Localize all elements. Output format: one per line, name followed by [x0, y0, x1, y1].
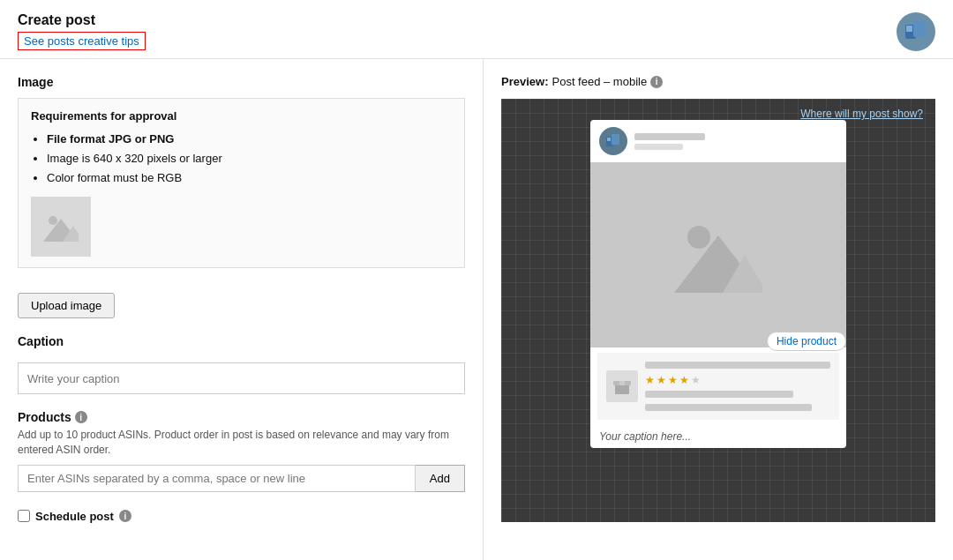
left-panel: Image Requirements for approval File for… [0, 59, 484, 560]
star-4: ★ [679, 374, 689, 386]
svg-rect-1 [913, 21, 926, 37]
caption-section: Caption [18, 334, 465, 394]
upload-image-button[interactable]: Upload image [18, 293, 115, 318]
caption-label: Caption [18, 334, 465, 348]
product-icon [606, 370, 638, 402]
schedule-section: Schedule post i [18, 510, 465, 523]
products-info-icon[interactable]: i [75, 411, 87, 423]
header: Create post See posts creative tips [0, 0, 953, 59]
name-bar-2 [634, 144, 683, 150]
page-title: Create post [18, 12, 146, 28]
preview-info-icon[interactable]: i [650, 76, 663, 88]
image-section: Image Requirements for approval File for… [18, 75, 465, 318]
see-tips-link[interactable]: See posts creative tips [18, 32, 146, 50]
hide-product-button[interactable]: Hide product [767, 332, 846, 351]
stars-row: ★ ★ ★ ★ ★ [645, 374, 830, 386]
schedule-checkbox[interactable] [18, 510, 30, 522]
image-placeholder [31, 197, 91, 257]
products-section: Products i Add up to 10 product ASINs. P… [18, 410, 465, 492]
product-info: ★ ★ ★ ★ ★ [645, 362, 830, 411]
caption-input[interactable] [18, 362, 465, 394]
mobile-card: Hide product [590, 120, 846, 448]
mobile-avatar [599, 127, 627, 155]
where-link[interactable]: Where will my post show? [800, 108, 923, 120]
preview-value: Post feed – mobile [552, 75, 647, 88]
preview-label: Preview: [501, 75, 548, 88]
product-bar-2 [645, 391, 793, 398]
page-wrapper: Create post See posts creative tips Imag… [0, 0, 953, 560]
star-1: ★ [645, 374, 655, 386]
products-label: Products [18, 410, 71, 424]
requirement-1: File format JPG or PNG [47, 130, 452, 149]
requirement-2: Image is 640 x 320 pixels or larger [47, 149, 452, 168]
name-bar-1 [634, 133, 705, 140]
add-asin-button[interactable]: Add [416, 465, 465, 492]
requirement-3: Color format must be RGB [47, 168, 452, 188]
star-3: ★ [668, 374, 678, 386]
header-left: Create post See posts creative tips [18, 12, 146, 50]
asin-input[interactable] [18, 465, 416, 492]
schedule-info-icon[interactable]: i [119, 510, 131, 522]
schedule-label: Schedule post [35, 510, 114, 523]
main-content: Image Requirements for approval File for… [0, 59, 953, 560]
caption-preview: Your caption here... [590, 427, 846, 448]
products-help-text: Add up to 10 product ASINs. Product orde… [18, 428, 465, 458]
mobile-name-block [634, 133, 705, 150]
svg-rect-2 [906, 26, 912, 32]
product-bar-3 [645, 404, 812, 411]
right-panel: Preview: Post feed – mobile i Where will… [484, 59, 953, 560]
svg-rect-14 [619, 381, 625, 385]
requirements-title: Requirements for approval [31, 109, 452, 123]
preview-area: Where will my post show? [501, 99, 935, 522]
product-bar-1 [645, 362, 830, 369]
star-2: ★ [657, 374, 666, 386]
requirements-box: Requirements for approval File format JP… [18, 98, 465, 268]
product-card-area: Hide product [590, 353, 846, 420]
products-label-row: Products i [18, 410, 465, 424]
svg-rect-8 [607, 138, 611, 141]
brand-avatar [897, 12, 935, 51]
star-5: ★ [691, 374, 701, 386]
svg-rect-7 [612, 134, 619, 145]
svg-point-9 [687, 226, 710, 249]
mobile-product-card: ★ ★ ★ ★ ★ [597, 353, 839, 420]
image-section-label: Image [18, 75, 465, 89]
requirements-list: File format JPG or PNG Image is 640 x 32… [31, 130, 452, 188]
products-input-row: Add [18, 465, 465, 492]
mobile-card-header [590, 120, 846, 162]
svg-point-3 [49, 216, 57, 225]
mobile-image-placeholder [590, 162, 846, 347]
preview-header: Preview: Post feed – mobile i [501, 75, 935, 88]
